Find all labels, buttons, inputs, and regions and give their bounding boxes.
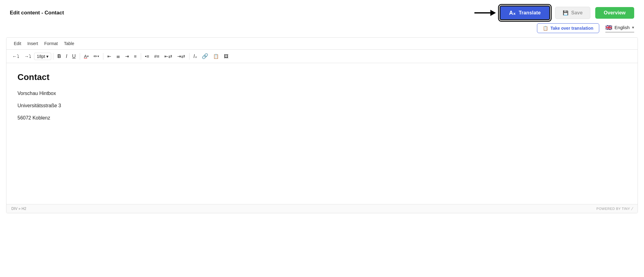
uk-flag-icon: 🇬🇧	[605, 24, 612, 31]
svg-marker-1	[490, 10, 496, 16]
content-line-3: 56072 Koblenz	[17, 115, 627, 121]
bullet-list-button[interactable]: •≡	[143, 52, 151, 60]
font-size-chevron-icon: ▾	[46, 54, 48, 59]
numbered-list-button[interactable]: #≡	[152, 52, 162, 60]
content-heading: Contact	[17, 72, 627, 82]
menu-edit[interactable]: Edit	[11, 40, 24, 47]
bold-button[interactable]: B	[55, 52, 63, 61]
clear-formatting-button[interactable]: Iₓ	[191, 52, 199, 61]
save-button[interactable]: 💾 Save	[555, 7, 590, 19]
top-header: Edit content - Contact Aₓ Translate 💾 Sa…	[0, 0, 644, 20]
highlight-button[interactable]: ✏ ▾	[91, 52, 101, 61]
font-color-button[interactable]: A ▾	[82, 52, 91, 60]
font-size-label: 18pt	[37, 54, 45, 59]
insert-image-button[interactable]: 🖼	[222, 52, 231, 60]
highlight-icon: ✏	[94, 54, 98, 59]
align-left-button[interactable]: ⇤	[105, 52, 113, 61]
path-indicator: DIV » H2	[11, 207, 26, 211]
outdent-button[interactable]: ⇤⇄	[162, 52, 174, 61]
align-right-button[interactable]: ⇥	[123, 52, 131, 61]
resize-handle[interactable]: ∕	[632, 206, 633, 211]
italic-button[interactable]: I	[64, 52, 69, 61]
align-center-button[interactable]: ≣	[114, 52, 122, 61]
header-actions: Aₓ Translate 💾 Save Overview	[474, 6, 634, 20]
content-line-2: Universitätsstraße 3	[17, 103, 627, 108]
editor-container: Edit Insert Format Table ←⤵ →⤵ 18pt ▾ B …	[6, 37, 638, 213]
chevron-down-icon: ▾	[632, 25, 634, 30]
separator-1	[53, 53, 53, 60]
separator-4	[141, 53, 141, 60]
font-size-selector[interactable]: 18pt ▾	[34, 53, 51, 60]
language-selector[interactable]: 🇬🇧 English ▾	[605, 24, 634, 32]
separator-5	[189, 53, 190, 60]
powered-by-label: POWERED BY TINY	[596, 207, 630, 211]
content-line-1: Vorschau Hintbox	[17, 91, 627, 96]
underline-button[interactable]: U	[70, 52, 78, 61]
page-title: Edit content - Contact	[10, 10, 64, 16]
editor-content[interactable]: Contact Vorschau Hintbox Universitätsstr…	[6, 63, 638, 204]
statusbar: DIV » H2 POWERED BY TINY ∕	[6, 204, 638, 213]
take-over-translation-button[interactable]: 📋 Take over translation	[537, 23, 599, 33]
translate-icon: Aₓ	[509, 9, 516, 16]
indent-button[interactable]: ⇥⇄	[175, 52, 187, 61]
undo-button[interactable]: ←⤵	[10, 52, 21, 60]
overview-button[interactable]: Overview	[595, 7, 634, 19]
toolbar: ←⤵ →⤵ 18pt ▾ B I U A ▾ ✏ ▾ ⇤ ≣ ⇥ ≡ •≡ #≡	[6, 50, 638, 63]
arrow-translate-group: Aₓ Translate	[474, 6, 550, 20]
redo-button[interactable]: →⤵	[22, 52, 33, 60]
translate-button[interactable]: Aₓ Translate	[500, 6, 550, 20]
paste-word-button[interactable]: 📋	[211, 52, 221, 61]
save-icon: 💾	[563, 10, 569, 16]
language-label: English	[615, 25, 630, 30]
menu-insert[interactable]: Insert	[24, 40, 41, 47]
annotation-arrow	[474, 7, 496, 18]
link-button[interactable]: 🔗	[200, 51, 210, 61]
font-color-icon: A	[84, 54, 87, 59]
menu-format[interactable]: Format	[41, 40, 61, 47]
align-justify-button[interactable]: ≡	[132, 52, 139, 60]
copy-icon: 📋	[543, 26, 548, 31]
separator-3	[103, 53, 103, 60]
subheader: 📋 Take over translation 🇬🇧 English ▾	[0, 20, 644, 37]
separator-2	[80, 53, 80, 60]
menu-table[interactable]: Table	[61, 40, 77, 47]
menubar: Edit Insert Format Table	[6, 38, 638, 50]
